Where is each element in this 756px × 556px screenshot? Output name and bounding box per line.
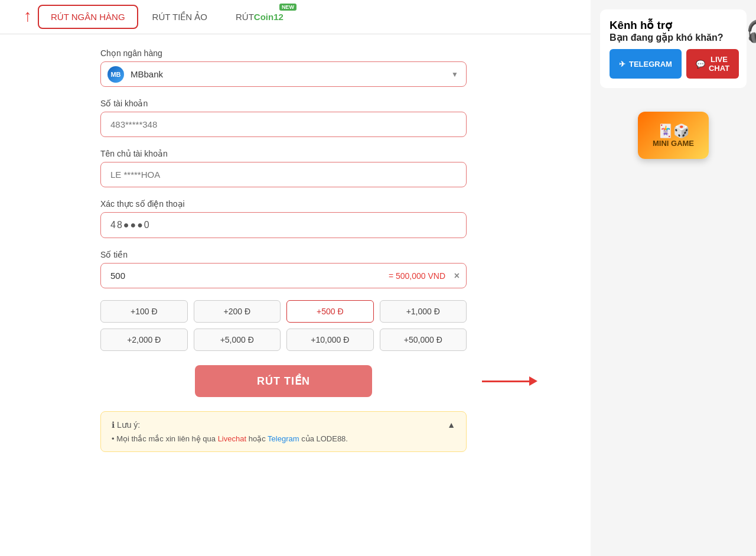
quick-btn-500[interactable]: +500 Đ — [286, 300, 374, 323]
account-input[interactable] — [100, 112, 467, 137]
amount-label: Số tiền — [100, 250, 467, 259]
up-arrow-icon: ↑ — [24, 6, 32, 25]
quick-btn-2000[interactable]: +2,000 Đ — [100, 329, 188, 351]
quick-btn-5000[interactable]: +5,000 Đ — [194, 329, 281, 351]
tab-bar: ↑ RÚT NGÂN HÀNG RÚT TIỀN ẢO RÚTCoin12 NE… — [0, 0, 591, 34]
arrow-indicator — [482, 376, 537, 386]
mini-game-section: 🃏🎲 MINI GAME — [600, 112, 747, 159]
quick-btn-50000[interactable]: +50,000 Đ — [380, 329, 467, 351]
telegram-icon: ✈ — [619, 60, 625, 69]
note-livechat-link[interactable]: Livechat — [218, 434, 246, 443]
bank-select[interactable]: MBbank Vietcombank Techcombank — [100, 61, 467, 87]
bank-select-group: Chọn ngân hàng MB MBbank Vietcombank Tec… — [100, 48, 467, 87]
headset-icon: 🎧 — [746, 19, 756, 44]
account-label: Số tài khoản — [100, 99, 467, 108]
note-title: ℹ Lưu ý: — [112, 420, 140, 430]
bank-icon: MB — [107, 66, 124, 83]
support-question: Bạn đang gặp khó khăn? — [610, 32, 739, 43]
collapse-icon[interactable]: ▲ — [447, 420, 455, 430]
amount-suffix: = 500,000 VND — [389, 271, 445, 281]
quick-btn-10000[interactable]: +10,000 Đ — [286, 329, 374, 351]
tab-coin12-coin: Coin12 — [254, 12, 284, 22]
tab-coin12-prefix: RÚT — [236, 12, 254, 22]
quick-amount-grid: +100 Đ +200 Đ +500 Đ +1,000 Đ +2,000 Đ +… — [100, 300, 467, 351]
telegram-label: TELEGRAM — [629, 60, 672, 69]
bank-select-wrapper: MB MBbank Vietcombank Techcombank ▼ — [100, 61, 467, 87]
amount-group: Số tiền = 500,000 VND × — [100, 250, 467, 288]
note-box: ℹ Lưu ý: ▲ • Mọi thắc mắc xin liên hệ qu… — [100, 411, 467, 452]
owner-input[interactable] — [100, 162, 467, 187]
phone-label: Xác thực số điện thoại — [100, 199, 467, 209]
note-content: • Mọi thắc mắc xin liên hệ qua Livechat … — [112, 434, 455, 443]
sidebar: Kênh hỗ trợ Bạn đang gặp khó khăn? ✈ TEL… — [591, 0, 756, 556]
support-buttons: ✈ TELEGRAM 💬 LIVE CHAT — [610, 49, 739, 79]
tab-tien-ao[interactable]: RÚT TIỀN ẢO — [138, 1, 221, 33]
livechat-button[interactable]: 💬 LIVE CHAT — [686, 49, 739, 79]
quick-btn-100[interactable]: +100 Đ — [100, 300, 188, 323]
quick-btn-200[interactable]: +200 Đ — [194, 300, 281, 323]
submit-button[interactable]: RÚT TIỀN — [195, 365, 372, 397]
support-title: Kênh hỗ trợ — [610, 19, 739, 32]
quick-btn-1000[interactable]: +1,000 Đ — [380, 300, 467, 323]
tab-coin12[interactable]: RÚTCoin12 NEW — [221, 1, 298, 32]
support-card: Kênh hỗ trợ Bạn đang gặp khó khăn? ✈ TEL… — [600, 9, 747, 88]
owner-label: Tên chủ tài khoản — [100, 149, 467, 158]
owner-group: Tên chủ tài khoản — [100, 149, 467, 187]
account-group: Số tài khoản — [100, 99, 467, 137]
tab-ngan-hang[interactable]: RÚT NGÂN HÀNG — [38, 5, 138, 29]
amount-wrapper: = 500,000 VND × — [100, 263, 467, 288]
livechat-label: LIVE CHAT — [709, 55, 729, 73]
telegram-button[interactable]: ✈ TELEGRAM — [610, 49, 682, 79]
phone-group: Xác thực số điện thoại — [100, 199, 467, 238]
note-text-before: Mọi thắc mắc xin liên hệ qua — [116, 434, 216, 443]
bank-label: Chọn ngân hàng — [100, 48, 467, 58]
note-header: ℹ Lưu ý: ▲ — [112, 420, 455, 430]
mini-game-label: MINI GAME — [653, 139, 694, 148]
note-bullet: • — [112, 434, 116, 443]
withdrawal-form: Chọn ngân hàng MB MBbank Vietcombank Tec… — [0, 34, 567, 466]
amount-clear-button[interactable]: × — [454, 271, 460, 281]
submit-area: RÚT TIỀN — [100, 365, 467, 397]
mini-game-badge[interactable]: 🃏🎲 MINI GAME — [638, 112, 709, 159]
new-badge: NEW — [279, 4, 296, 11]
note-telegram-link[interactable]: Telegram — [268, 434, 299, 443]
livechat-icon: 💬 — [696, 60, 705, 69]
phone-input[interactable] — [100, 212, 467, 238]
